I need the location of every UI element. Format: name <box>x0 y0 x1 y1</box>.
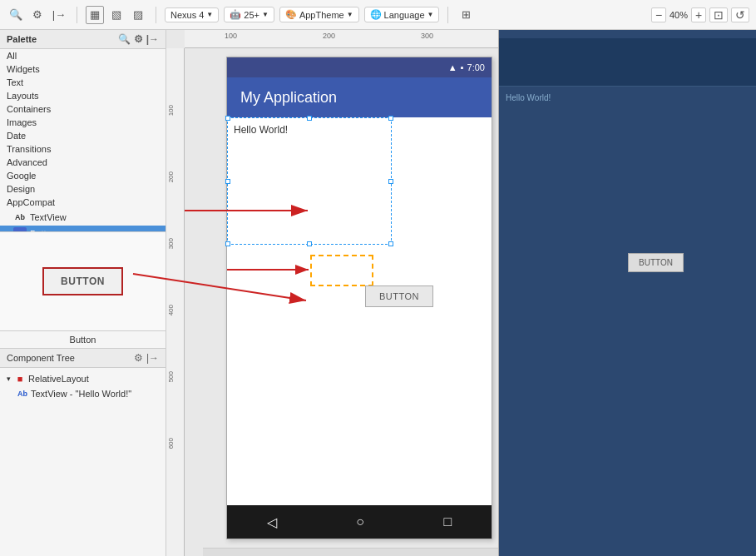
theme-dropdown[interactable]: 🎨 AppTheme ▼ <box>279 7 359 22</box>
ruler-ticks-h: 100 200 300 400 500 600 700 <box>185 30 498 47</box>
selection-handle-ml <box>225 179 230 184</box>
palette-category-images[interactable]: Images <box>0 116 166 129</box>
palette-category-widgets[interactable]: Widgets <box>0 62 166 76</box>
palette-tools: 🔍 ⚙ |→ <box>7 6 68 24</box>
language-label: Language <box>384 10 425 20</box>
palette-item-textview[interactable]: Ab TextView <box>0 209 166 226</box>
horizontal-ruler: 100 200 300 400 500 600 700 <box>185 30 498 48</box>
ruler-mark-v-600: 600 <box>167 438 175 449</box>
language-dropdown[interactable]: 🌐 Language ▼ <box>364 7 440 22</box>
preview-label: Button <box>0 331 166 349</box>
palette-settings-icon[interactable]: ⚙ <box>134 33 143 45</box>
battery-icon: ▪ <box>461 62 464 72</box>
tree-arrow-icon: ▾ <box>7 375 11 383</box>
component-tree-settings-icon[interactable]: ⚙ <box>134 352 143 364</box>
ruler-mark-v-400: 400 <box>167 305 175 315</box>
selection-handle-tr <box>388 116 393 121</box>
component-tree: ▾ ■ RelativeLayout Ab TextView - "Hello … <box>0 368 166 557</box>
ruler-mark-v-300: 300 <box>167 238 175 249</box>
right-panel: Hello World! BUTTON <box>498 30 756 556</box>
preview-button: BUTTON <box>42 267 123 295</box>
language-icon: 🌐 <box>370 9 382 20</box>
ruler-mark-300: 300 <box>421 32 433 40</box>
app-title: My Application <box>240 89 337 107</box>
separator-3 <box>447 7 448 23</box>
palette-search-icon[interactable]: 🔍 <box>118 33 131 45</box>
center-area: 100 200 300 400 500 600 700 100 200 300 … <box>166 30 498 556</box>
settings-button[interactable]: ⚙ <box>28 6 47 24</box>
recent-icon[interactable]: □ <box>444 514 452 529</box>
main-layout: Palette 🔍 ⚙ |→ All Widgets Text Layouts … <box>0 30 756 556</box>
tree-item-relativelayout[interactable]: ▾ ■ RelativeLayout <box>0 371 166 386</box>
palette-header: Palette 🔍 ⚙ |→ <box>0 30 166 49</box>
right-preview: Hello World! BUTTON <box>499 30 756 556</box>
android-icon: 🤖 <box>230 9 241 20</box>
grid-view-3-button[interactable]: ▨ <box>129 6 147 24</box>
api-label: 25+ <box>244 10 259 20</box>
ruler-ticks-v: 100 200 300 400 500 600 <box>166 48 184 556</box>
palette-category-layouts[interactable]: Layouts <box>0 89 166 102</box>
palette-category-containers[interactable]: Containers <box>0 102 166 116</box>
right-button: BUTTON <box>628 253 684 272</box>
right-appbar <box>499 38 756 87</box>
selection-handle-tl <box>225 116 230 121</box>
palette-category-advanced[interactable]: Advanced <box>0 156 166 169</box>
chevron-down-icon-2: ▼ <box>262 11 269 18</box>
grid-view-1-button[interactable]: ▦ <box>86 6 104 24</box>
textview-tree-icon: Ab <box>17 388 28 400</box>
zoom-controls: − 40% + ⊡ ↺ <box>651 7 749 22</box>
selection-handle-br <box>388 241 393 246</box>
status-icons: ▲ ▪ 7:00 <box>448 62 485 72</box>
palette-category-google[interactable]: Google <box>0 169 166 182</box>
chevron-down-icon-4: ▼ <box>427 11 434 18</box>
textview-icon: Ab <box>13 211 27 224</box>
phone-button[interactable]: BUTTON <box>365 285 433 307</box>
selection-handle-mt <box>307 116 312 121</box>
chevron-down-icon-3: ▼ <box>347 11 353 18</box>
api-dropdown[interactable]: 🤖 25+ ▼ <box>224 7 274 22</box>
ruler-mark-v-200: 200 <box>167 171 175 182</box>
ruler-mark-v-100: 100 <box>167 105 175 116</box>
zoom-in-button[interactable]: + <box>691 7 706 22</box>
refresh-button[interactable]: ↺ <box>731 7 749 22</box>
search-button[interactable]: 🔍 <box>7 6 25 24</box>
zoom-out-button[interactable]: − <box>651 7 666 22</box>
fit-button[interactable]: ⊡ <box>709 7 728 22</box>
screen-options-button[interactable]: ⊞ <box>457 6 475 24</box>
palette-layout-icon[interactable]: |→ <box>146 33 159 45</box>
component-tree-layout-icon[interactable]: |→ <box>146 352 159 364</box>
palette-category-design[interactable]: Design <box>0 182 166 196</box>
palette-category-text[interactable]: Text <box>0 76 166 89</box>
zoom-label: 40% <box>670 10 688 20</box>
palette-category-transitions[interactable]: Transitions <box>0 142 166 156</box>
layout-button[interactable]: |→ <box>50 6 68 24</box>
palette-category-all[interactable]: All <box>0 49 166 62</box>
right-phone-content: Hello World! BUTTON <box>499 38 756 556</box>
component-tree-title: Component Tree <box>7 353 75 363</box>
phone-frame[interactable]: ▲ ▪ 7:00 My Application Hello World! <box>226 57 492 539</box>
home-icon[interactable]: ○ <box>356 514 364 529</box>
horizontal-scrollbar[interactable] <box>203 548 498 556</box>
vertical-ruler: 100 200 300 400 500 600 <box>166 48 185 556</box>
tree-item-textview[interactable]: Ab TextView - "Hello World!" <box>10 386 166 401</box>
selection-handle-mb <box>307 241 312 246</box>
palette-category-date[interactable]: Date <box>0 129 166 142</box>
grid-view-2-button[interactable]: ▧ <box>107 6 126 24</box>
palette-header-icons: 🔍 ⚙ |→ <box>118 33 159 45</box>
top-toolbar: 🔍 ⚙ |→ ▦ ▧ ▨ Nexus 4 ▼ 🤖 25+ ▼ 🎨 AppThem… <box>0 0 756 30</box>
separator-1 <box>77 7 77 23</box>
view-toggles: ▦ ▧ ▨ <box>86 6 147 24</box>
device-label: Nexus 4 <box>170 10 204 20</box>
theme-icon: 🎨 <box>285 9 297 20</box>
left-panel: Palette 🔍 ⚙ |→ All Widgets Text Layouts … <box>0 30 166 556</box>
palette-category-appcompat[interactable]: AppCompat <box>0 196 166 209</box>
wifi-icon: ▲ <box>448 62 457 72</box>
back-icon[interactable]: ◁ <box>267 514 277 530</box>
selection-box <box>227 117 392 245</box>
device-dropdown[interactable]: Nexus 4 ▼ <box>165 7 219 22</box>
preview-box: BUTTON <box>0 231 166 331</box>
phone-status-bar: ▲ ▪ 7:00 <box>227 57 492 77</box>
chevron-down-icon: ▼ <box>206 11 213 18</box>
separator-2 <box>156 7 156 23</box>
palette-title: Palette <box>7 34 37 44</box>
